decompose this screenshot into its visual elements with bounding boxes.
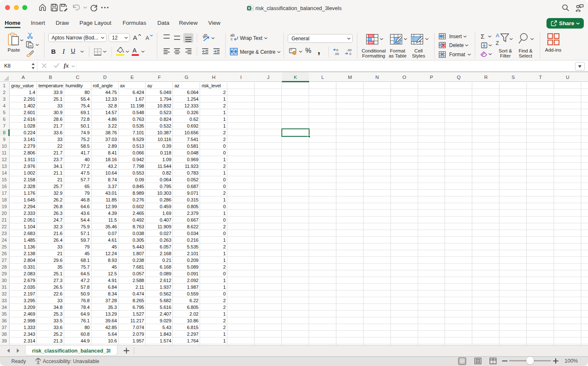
svg-text:.00: .00 <box>347 48 352 52</box>
svg-text:0: 0 <box>349 52 351 55</box>
svg-text:.00: .00 <box>334 52 339 55</box>
svg-text:0: 0 <box>336 48 338 52</box>
